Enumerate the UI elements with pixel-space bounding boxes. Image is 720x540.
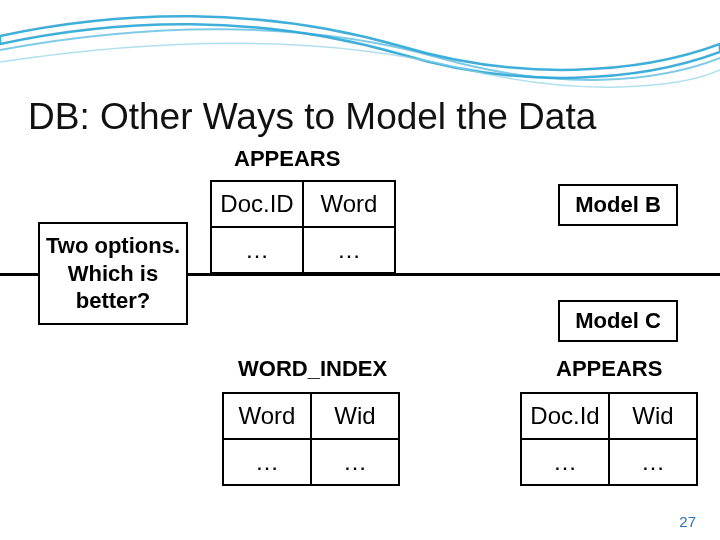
- word-index-table: Word Wid … …: [222, 392, 400, 486]
- appears-right-label: APPEARS: [556, 356, 662, 382]
- cell: …: [211, 227, 303, 273]
- col-wid: Wid: [609, 393, 697, 439]
- table-row: … …: [223, 439, 399, 485]
- table-row: … …: [211, 227, 395, 273]
- cell: …: [521, 439, 609, 485]
- appears-top-table: Doc.ID Word … …: [210, 180, 396, 274]
- col-word: Word: [223, 393, 311, 439]
- model-c-box: Model C: [558, 300, 678, 342]
- table-row: Doc.Id Wid: [521, 393, 697, 439]
- word-index-label: WORD_INDEX: [238, 356, 387, 382]
- appears-top-label: APPEARS: [234, 146, 340, 172]
- col-word: Word: [303, 181, 395, 227]
- cell: …: [303, 227, 395, 273]
- cell: …: [311, 439, 399, 485]
- wave-decoration: [0, 0, 720, 95]
- cell: …: [609, 439, 697, 485]
- cell: …: [223, 439, 311, 485]
- two-options-box: Two options. Which is better?: [38, 222, 188, 325]
- slide-title: DB: Other Ways to Model the Data: [28, 96, 596, 138]
- table-row: … …: [521, 439, 697, 485]
- col-docid: Doc.ID: [211, 181, 303, 227]
- col-wid: Wid: [311, 393, 399, 439]
- model-b-box: Model B: [558, 184, 678, 226]
- appears-bottom-table: Doc.Id Wid … …: [520, 392, 698, 486]
- col-docid: Doc.Id: [521, 393, 609, 439]
- slide-number: 27: [679, 513, 696, 530]
- table-row: Doc.ID Word: [211, 181, 395, 227]
- table-row: Word Wid: [223, 393, 399, 439]
